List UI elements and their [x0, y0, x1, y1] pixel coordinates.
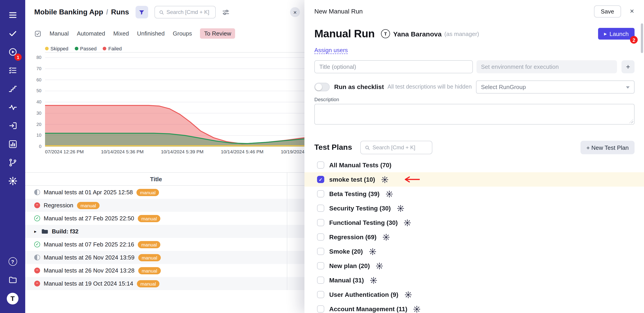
sidebar-profile[interactable]: T [4, 289, 22, 308]
sidebar-item-reports[interactable] [4, 135, 22, 153]
run-title-input[interactable] [314, 60, 473, 73]
plan-gear-button[interactable] [403, 290, 413, 299]
run-title[interactable]: Manual tests at 26 Nov 2024 13:59 [44, 254, 134, 261]
filter-settings-button[interactable] [222, 8, 230, 16]
plan-checkbox[interactable] [317, 248, 324, 255]
run-title[interactable]: Build: f32 [52, 228, 78, 235]
test-plan-row[interactable]: Functional Testing (30) [304, 215, 644, 230]
plan-gear-button[interactable] [412, 304, 422, 313]
run-title[interactable]: Manual tests at 01 Apr 2025 12:58 [44, 189, 133, 196]
add-environment-button[interactable]: + [622, 60, 634, 73]
scrollbar-thumb[interactable] [641, 23, 643, 53]
sidebar-menu-button[interactable] [4, 6, 22, 24]
plan-label[interactable]: Account Management (11) [329, 305, 407, 313]
test-plan-row[interactable]: Manual (31) [304, 273, 644, 287]
sidebar-item-milestones[interactable] [4, 80, 22, 98]
plan-gear-button[interactable] [396, 203, 405, 213]
plan-label[interactable]: User Authentication (9) [329, 291, 398, 298]
test-plan-row[interactable]: User Authentication (9) [304, 287, 644, 302]
sidebar-item-branches[interactable] [4, 153, 22, 172]
rungroup-select[interactable]: Select RunGroup [476, 80, 634, 93]
run-title[interactable]: Regression [44, 202, 74, 209]
plan-label[interactable]: All Manual Tests (70) [329, 161, 391, 169]
launch-button[interactable]: ▶ Launch [598, 28, 634, 40]
plan-label[interactable]: smoke test (10) [329, 176, 375, 183]
breadcrumb-project[interactable]: Mobile Banking App [34, 8, 103, 16]
run-row[interactable]: Manual tests at 26 Nov 2024 13:28 manual [25, 264, 304, 277]
plan-checkbox[interactable] [317, 190, 324, 197]
run-row[interactable]: Regression manual [25, 199, 304, 212]
test-plan-row[interactable]: smoke test (10) [304, 172, 644, 187]
tab-mixed[interactable]: Mixed [113, 30, 129, 37]
tab-to-review[interactable]: To Review [200, 28, 235, 39]
plan-checkbox[interactable] [317, 262, 324, 269]
plan-checkbox[interactable] [317, 219, 324, 226]
filter-button[interactable] [135, 6, 148, 18]
run-title[interactable]: Manual tests at 19 Oct 2024 15:14 [44, 280, 133, 287]
sidebar-item-help[interactable]: ? [4, 252, 22, 271]
plan-checkbox[interactable] [317, 176, 324, 183]
run-status-icon [34, 215, 40, 221]
new-test-plan-button[interactable]: + New Test Plan [580, 141, 634, 154]
run-row[interactable]: Manual tests at 26 Nov 2024 13:59 manual [25, 251, 304, 264]
plan-label[interactable]: Smoke (20) [329, 248, 363, 255]
sidebar-item-settings[interactable] [4, 172, 22, 190]
run-title[interactable]: Manual tests at 26 Nov 2024 13:28 [44, 267, 134, 274]
expand-caret-icon[interactable]: ▸ [34, 229, 38, 234]
run-row[interactable]: ▸ Build: f32 [25, 225, 304, 238]
plan-gear-button[interactable] [369, 276, 378, 285]
run-row[interactable]: Manual tests at 01 Apr 2025 12:58 manual [25, 186, 304, 199]
plan-label[interactable]: Regression (69) [329, 233, 376, 241]
run-row[interactable]: Manual tests at 27 Feb 2025 22:50 manual [25, 212, 304, 225]
plan-checkbox[interactable] [317, 291, 324, 298]
test-plan-row[interactable]: Smoke (20) [304, 244, 644, 259]
plan-label[interactable]: Beta Testing (39) [329, 190, 380, 197]
sidebar-item-sign-in[interactable] [4, 117, 22, 135]
tab-groups[interactable]: Groups [173, 30, 192, 37]
environment-input[interactable] [476, 60, 617, 73]
plan-gear-button[interactable] [375, 261, 384, 271]
test-plan-row[interactable]: Beta Testing (39) [304, 187, 644, 201]
sidebar-item-projects[interactable] [4, 271, 22, 289]
tab-manual[interactable]: Manual [50, 30, 69, 37]
run-row[interactable]: Manual tests at 19 Oct 2024 15:14 manual [25, 277, 304, 290]
runs-panel-close-button[interactable]: × [290, 7, 300, 17]
plan-gear-button[interactable] [380, 175, 390, 184]
save-button[interactable]: Save [594, 5, 621, 17]
plan-label[interactable]: New plan (20) [329, 262, 370, 269]
test-plans-search-input[interactable] [372, 144, 428, 151]
sidebar-item-runs[interactable]: 1 [4, 43, 22, 61]
run-row[interactable]: Manual tests at 07 Feb 2025 22:16 manual [25, 238, 304, 251]
tab-unfinished[interactable]: Unfinished [137, 30, 164, 37]
run-title[interactable]: Manual tests at 07 Feb 2025 22:16 [44, 241, 134, 248]
test-plan-row[interactable]: Account Management (11) [304, 302, 644, 313]
sidebar-item-test-plans[interactable] [4, 61, 22, 80]
sidebar-item-pulse[interactable] [4, 98, 22, 117]
plan-gear-button[interactable] [384, 189, 394, 198]
close-button[interactable]: × [630, 7, 634, 15]
plan-label[interactable]: Manual (31) [329, 277, 364, 284]
tab-automated[interactable]: Automated [77, 30, 105, 37]
select-all-button[interactable] [34, 30, 42, 37]
test-plan-row[interactable]: Security Testing (30) [304, 201, 644, 215]
plan-checkbox[interactable] [317, 305, 324, 313]
test-plan-row[interactable]: Regression (69) [304, 230, 644, 244]
assign-users-link[interactable]: Assign users [314, 47, 348, 54]
test-plans-header: Test Plans + New Test Plan [314, 141, 634, 154]
plan-label[interactable]: Functional Testing (30) [329, 219, 398, 226]
run-title[interactable]: Manual tests at 27 Feb 2025 22:50 [44, 215, 134, 222]
plan-gear-button[interactable] [382, 232, 391, 242]
plan-checkbox[interactable] [317, 277, 324, 284]
test-plan-row[interactable]: All Manual Tests (70) [304, 158, 644, 172]
runs-search-input[interactable] [166, 9, 211, 15]
plan-label[interactable]: Security Testing (30) [329, 205, 391, 212]
plan-gear-button[interactable] [368, 247, 377, 256]
plan-checkbox[interactable] [317, 233, 324, 241]
plan-checkbox[interactable] [317, 161, 324, 169]
checklist-toggle[interactable] [314, 83, 330, 91]
sidebar-item-tests[interactable] [4, 24, 22, 43]
plan-checkbox[interactable] [317, 205, 324, 212]
test-plan-row[interactable]: New plan (20) [304, 259, 644, 273]
plan-gear-button[interactable] [402, 218, 412, 227]
description-textarea[interactable] [314, 104, 634, 125]
